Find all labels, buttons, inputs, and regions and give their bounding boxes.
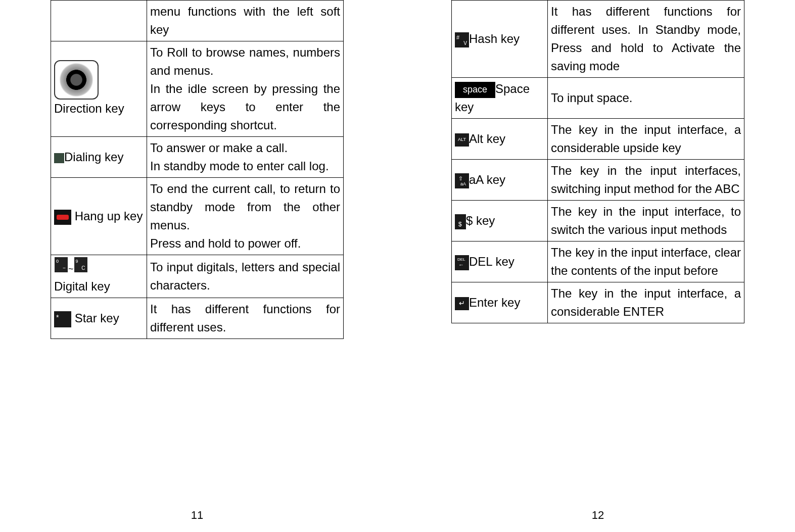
table-row: ALTAlt key The key in the input interfac… xyxy=(452,119,744,160)
key-cell-dialing: Dialing key xyxy=(51,137,147,178)
desc-cell: The key in the input interface, a consid… xyxy=(548,119,744,160)
desc-cell: menu functions with the left soft key xyxy=(147,1,344,41)
key-cell-hash: Hash key xyxy=(452,1,548,78)
table-row: spaceSpace key To input space. xyxy=(452,78,744,119)
key-cell-space: spaceSpace key xyxy=(452,78,548,119)
table-row: aA key The key in the input interfaces, … xyxy=(452,160,744,201)
page-number-right: 12 xyxy=(592,509,604,522)
table-row: ↵Enter key The key in the input interfac… xyxy=(452,282,744,323)
desc-cell: To answer or make a call.In standby mode… xyxy=(147,137,344,178)
key-cell-dollar: $ key xyxy=(452,201,548,241)
page-number-left: 11 xyxy=(191,509,203,522)
enter-key-icon: ↵ xyxy=(455,297,469,310)
key-label: Alt key xyxy=(469,132,505,146)
key-cell-aa: aA key xyxy=(452,160,548,201)
desc-cell: The key in the input interfaces, switchi… xyxy=(548,160,744,201)
key-cell-alt: ALTAlt key xyxy=(452,119,548,160)
key-label: Hash key xyxy=(469,32,520,45)
table-row: Hash key It has different functions for … xyxy=(452,1,744,78)
dollar-key-icon xyxy=(455,214,466,229)
key-cell-digital: 0−~9C Digital key xyxy=(51,255,147,298)
table-row: $ key The key in the input interface, to… xyxy=(452,201,744,241)
aa-key-icon xyxy=(455,173,469,188)
key-label: Dialing key xyxy=(64,150,123,164)
key-label: Star key xyxy=(71,311,119,325)
key-cell-direction: Direction key xyxy=(51,41,147,137)
table-row: Hang up key To end the current call, to … xyxy=(51,178,344,255)
key-cell-empty xyxy=(51,1,147,41)
direction-key-icon xyxy=(54,60,99,100)
key-label: Digital key xyxy=(54,279,110,293)
hang-up-key-icon xyxy=(54,210,71,225)
star-key-icon: * xyxy=(54,311,71,327)
table-row: Direction key To Roll to browse names, n… xyxy=(51,41,344,137)
desc-cell: To end the current call, to return to st… xyxy=(147,178,344,255)
table-row: Dialing key To answer or make a call.In … xyxy=(51,137,344,178)
table-row: * Star key It has different functions fo… xyxy=(51,298,344,339)
page-right: Hash key It has different functions for … xyxy=(421,0,775,532)
key-cell-enter: ↵Enter key xyxy=(452,282,548,323)
key-cell-hangup: Hang up key xyxy=(51,178,147,255)
key-label: Enter key xyxy=(469,296,520,309)
table-row: DEL key The key in the input interface, … xyxy=(452,241,744,282)
hash-key-icon xyxy=(455,32,469,47)
key-label: $ key xyxy=(466,214,495,227)
desc-cell: The key in the input interface, clear th… xyxy=(548,241,744,282)
table-row: 0−~9C Digital key To input digitals, let… xyxy=(51,255,344,298)
digit-9-key-icon: 9C xyxy=(74,257,87,272)
key-cell-star: * Star key xyxy=(51,298,147,339)
desc-cell: To Roll to browse names, numbers and men… xyxy=(147,41,344,137)
page-left: menu functions with the left soft key Di… xyxy=(20,0,374,532)
alt-key-icon: ALT xyxy=(455,133,469,147)
key-label: Direction key xyxy=(54,102,124,115)
desc-cell: The key in the input interface, a consid… xyxy=(548,282,744,323)
space-key-icon: space xyxy=(455,82,495,98)
key-table-left: menu functions with the left soft key Di… xyxy=(51,0,344,339)
desc-cell: It has different functions for different… xyxy=(548,1,744,78)
dialing-key-icon xyxy=(54,153,64,163)
key-label: aA key xyxy=(469,173,505,186)
tilde-separator: ~ xyxy=(68,264,74,274)
table-row: menu functions with the left soft key xyxy=(51,1,344,41)
desc-cell: The key in the input interface, to switc… xyxy=(548,201,744,241)
desc-cell: It has different functions for different… xyxy=(147,298,344,339)
key-label: DEL key xyxy=(469,255,515,268)
digit-0-key-icon: 0− xyxy=(55,257,68,272)
desc-cell: To input digitals, letters and special c… xyxy=(147,255,344,298)
desc-cell: To input space. xyxy=(548,78,744,119)
key-label: Hang up key xyxy=(71,209,143,223)
del-key-icon xyxy=(455,255,469,270)
key-table-right: Hash key It has different functions for … xyxy=(451,0,744,323)
key-cell-del: DEL key xyxy=(452,241,548,282)
